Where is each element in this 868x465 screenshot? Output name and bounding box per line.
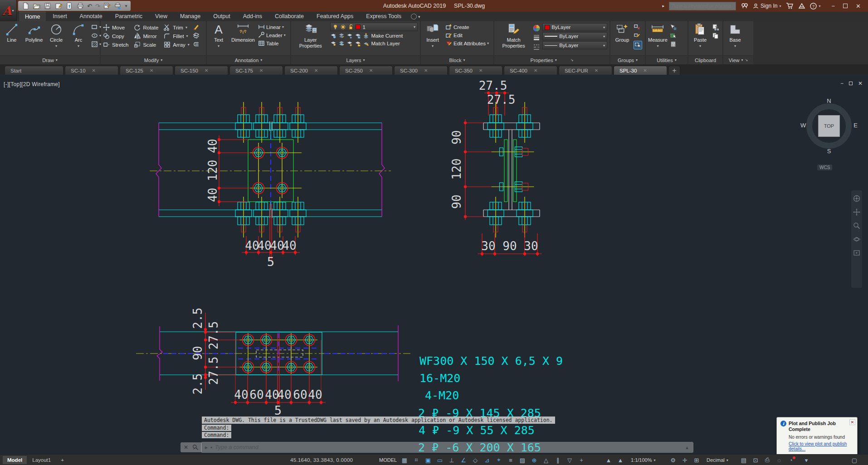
layer-select-combo[interactable]: 1 ▾ — [330, 23, 418, 31]
file-tab-secpur[interactable]: SEC-PUR✕ — [559, 66, 612, 75]
redo-button[interactable]: ↷ — [95, 3, 100, 9]
ribbon-tab-annotate[interactable]: Annotate — [74, 12, 108, 21]
ribbon-tab-collaborate[interactable]: Collaborate — [269, 12, 310, 21]
command-close-icon[interactable]: ✕ — [184, 445, 188, 450]
viewport-minimize-icon[interactable]: − — [840, 80, 844, 87]
toast-close-button[interactable]: ✕ — [849, 419, 855, 425]
open-file-button[interactable] — [33, 2, 40, 10]
viewcube-south[interactable]: S — [801, 148, 857, 155]
erase-tool[interactable] — [193, 24, 200, 30]
panel-title-layers[interactable]: Layers▾ — [291, 55, 420, 64]
open-from-web-button[interactable] — [65, 2, 73, 10]
panel-title-modify[interactable]: Modify▾ — [101, 55, 206, 64]
viewport-controls-label[interactable]: [-][Top][2D Wireframe] — [4, 81, 60, 87]
color-wheel-icon[interactable] — [533, 24, 540, 32]
panel-title-annotation[interactable]: Annotation▾ — [207, 55, 290, 64]
maximize-button[interactable] — [843, 3, 848, 9]
panel-title-properties[interactable]: Properties▾↘ — [494, 55, 610, 64]
dynamic-input-icon[interactable]: ▭ — [434, 455, 445, 465]
viewcube-north[interactable]: N — [801, 97, 857, 104]
mirror-tool[interactable]: Mirror — [134, 33, 158, 39]
properties-dialog-launcher[interactable]: ↘ — [571, 58, 574, 62]
match-properties-tool[interactable]: Match Properties — [497, 23, 531, 48]
autoscale-icon[interactable]: ▲ — [615, 455, 626, 465]
ribbon-tab-manage[interactable]: Manage — [174, 12, 206, 21]
model-tab[interactable]: Model — [3, 456, 27, 464]
save-button[interactable] — [44, 2, 51, 10]
circle-tool[interactable]: Circle▾ — [47, 23, 66, 48]
object-snap-icon[interactable]: ⌖ — [493, 455, 504, 465]
full-navigation-wheel-icon[interactable] — [853, 195, 860, 202]
ribbon-tab-parametric[interactable]: Parametric — [109, 12, 148, 21]
lineweight-list-icon[interactable] — [533, 34, 540, 41]
tab-close-icon[interactable]: ✕ — [643, 68, 647, 73]
file-tab-sc150[interactable]: SC-150✕ — [175, 66, 228, 75]
scale-tool[interactable]: Scale — [134, 41, 158, 48]
tab-close-icon[interactable]: ✕ — [595, 68, 598, 73]
plot-status-icon[interactable]: ⎙ — [762, 455, 773, 465]
object-snap-tracking-icon[interactable]: ⊿ — [482, 455, 493, 465]
tab-close-icon[interactable]: ✕ — [92, 68, 96, 73]
tab-close-icon[interactable]: ✕ — [259, 68, 263, 73]
annotation-visibility-icon[interactable]: ▲ — [603, 455, 614, 465]
group-tool[interactable]: Group — [613, 23, 632, 43]
copy-clip-tool[interactable] — [712, 32, 719, 39]
undo-button[interactable]: ↶ — [87, 3, 92, 9]
file-tab-sc300[interactable]: SC-300✕ — [394, 66, 448, 75]
gizmo-icon[interactable]: ＋ — [576, 455, 587, 465]
viewcube-east[interactable]: E — [853, 122, 858, 129]
quick-calculator-tool[interactable] — [670, 41, 677, 48]
close-button[interactable]: ✕ — [856, 3, 861, 9]
sheet-set-manager-button[interactable] — [103, 2, 111, 10]
beam-section-view[interactable] — [483, 102, 540, 237]
ribbon-tab-featured-apps[interactable]: Featured Apps — [311, 12, 359, 21]
linetype-list-icon[interactable] — [533, 44, 540, 51]
file-tab-spl30[interactable]: SPL-30✕ — [614, 66, 667, 75]
measure-tool[interactable]: Measure▾ — [648, 23, 668, 48]
batch-plot-button[interactable] — [114, 2, 122, 10]
ribbon-tab-view[interactable]: View — [149, 12, 173, 21]
ungroup-tool[interactable] — [634, 24, 642, 30]
polar-tracking-icon[interactable]: ∠ — [458, 455, 469, 465]
pan-icon[interactable] — [853, 208, 860, 216]
trim-tool[interactable]: Trim▾ — [164, 24, 190, 31]
array-tool[interactable]: Array▾ — [164, 41, 190, 48]
match-layer-tool[interactable]: Match Layer — [330, 40, 418, 47]
file-tab-sc125[interactable]: SC-125✕ — [120, 66, 173, 75]
new-layout-button[interactable]: + — [56, 456, 68, 464]
quick-select-tool[interactable] — [670, 24, 677, 30]
object-snap-3d-icon[interactable]: △ — [541, 455, 551, 465]
annotation-scale-button[interactable]: 1:1/100%▾ — [628, 455, 658, 465]
lineweight-display-icon[interactable]: ≡ — [505, 455, 516, 465]
plot-button[interactable] — [76, 2, 84, 10]
showmotion-icon[interactable] — [853, 249, 860, 257]
text-tool[interactable]: AText▾ — [209, 23, 228, 48]
infer-constraints-icon[interactable]: ▣ — [423, 455, 434, 465]
app-store-cart-icon[interactable] — [785, 2, 793, 10]
cut-clip-tool[interactable] — [712, 24, 719, 30]
ellipse-tool[interactable]: ▾ — [91, 32, 101, 39]
ortho-icon[interactable]: ⊥ — [446, 455, 457, 465]
save-as-button[interactable] — [54, 2, 62, 10]
file-tab-start[interactable]: Start — [5, 66, 63, 75]
selection-filter-icon[interactable]: ▽ — [564, 455, 575, 465]
select-similar-tool[interactable] — [670, 32, 677, 39]
isolate-objects-icon[interactable]: ◌ — [774, 455, 785, 465]
file-tab-sc350[interactable]: SC-350✕ — [449, 66, 502, 75]
lineweight-combo[interactable]: ByLayer▾ — [542, 32, 607, 40]
file-tab-sc250[interactable]: SC-250✕ — [339, 66, 393, 75]
edit-attributes-tool[interactable]: Edit Attributes▾ — [445, 40, 489, 47]
tab-close-icon[interactable]: ✕ — [534, 68, 537, 73]
drawing-notes[interactable]: WF300 X 150 X 6,5 X 9 16-M20 4-M20 2 ₽ -… — [418, 354, 563, 454]
layout1-tab[interactable]: Layout1 — [28, 456, 55, 464]
tab-close-icon[interactable]: ✕ — [314, 68, 318, 73]
rotate-tool[interactable]: Rotate — [134, 24, 158, 31]
drawing-canvas[interactable]: 40 120 40 40 40 40 40 5 27.5 27.5 — [0, 75, 868, 454]
edit-block-tool[interactable]: Edit — [445, 32, 489, 39]
leader-tool[interactable]: Leader▾ — [258, 32, 286, 39]
model-space-toggle[interactable]: MODEL — [376, 455, 400, 465]
object-color-combo[interactable]: ByLayer▾ — [542, 23, 607, 31]
viewcube-top-face[interactable]: TOP — [818, 115, 840, 137]
tab-close-icon[interactable]: ✕ — [479, 68, 483, 73]
ribbon-tab-addins[interactable]: Add-ins — [237, 12, 268, 21]
